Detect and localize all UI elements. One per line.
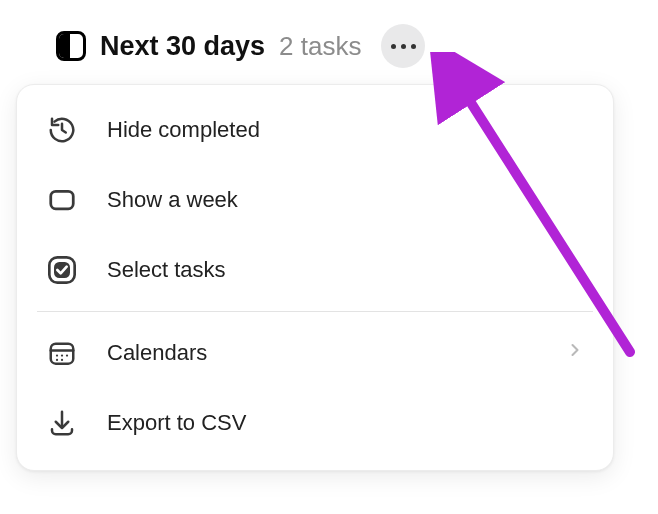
menu-item-show-week[interactable]: Show a week [17,165,613,235]
svg-point-9 [61,359,63,361]
board-icon [56,31,86,61]
menu-separator [37,311,593,312]
select-checkbox-icon [45,253,79,287]
menu-item-calendars[interactable]: Calendars [17,318,613,388]
menu-label: Export to CSV [107,410,585,436]
svg-point-6 [61,354,63,356]
menu-label: Calendars [107,340,537,366]
options-menu: Hide completed Show a week Select tasks [16,84,614,471]
page-title: Next 30 days [100,31,265,62]
ellipsis-icon [391,44,416,49]
svg-point-5 [56,354,58,356]
menu-label: Show a week [107,187,585,213]
svg-rect-0 [51,191,74,209]
chevron-right-icon [565,340,585,366]
download-icon [45,406,79,440]
menu-label: Hide completed [107,117,585,143]
svg-point-7 [66,354,68,356]
history-back-icon [45,113,79,147]
menu-item-export-csv[interactable]: Export to CSV [17,388,613,458]
page-header: Next 30 days 2 tasks [0,0,658,76]
menu-item-select-tasks[interactable]: Select tasks [17,235,613,305]
svg-point-8 [56,359,58,361]
menu-label: Select tasks [107,257,585,283]
menu-item-hide-completed[interactable]: Hide completed [17,95,613,165]
calendar-icon [45,336,79,370]
task-count-label: 2 tasks [279,31,361,62]
week-rectangle-icon [45,183,79,217]
more-options-button[interactable] [381,24,425,68]
